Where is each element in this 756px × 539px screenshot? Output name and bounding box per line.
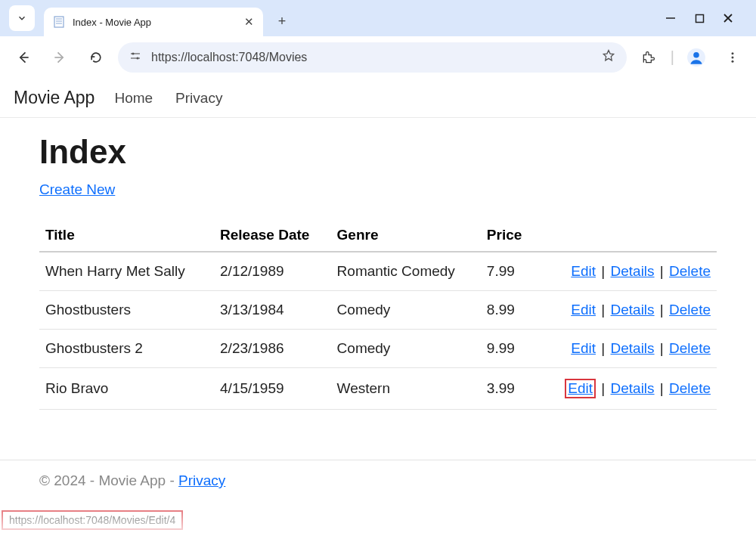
back-button[interactable]: [9, 43, 38, 72]
cell-genre: Romantic Comedy: [331, 252, 481, 291]
cell-release: 4/15/1959: [214, 368, 331, 410]
details-link[interactable]: Details: [611, 263, 655, 279]
svg-point-18: [732, 60, 734, 62]
cell-actions: Edit | Details | Delete: [535, 291, 717, 330]
cell-actions: Edit | Details | Delete: [535, 330, 717, 368]
delete-link[interactable]: Delete: [669, 263, 711, 279]
col-price: Price: [481, 219, 535, 252]
svg-rect-5: [696, 14, 703, 22]
cell-genre: Western: [331, 368, 481, 410]
close-tab-button[interactable]: ✕: [244, 15, 254, 29]
cell-genre: Comedy: [331, 330, 481, 368]
create-new-link[interactable]: Create New: [39, 181, 115, 197]
toolbar-divider: |: [671, 48, 674, 66]
action-separator: |: [655, 340, 670, 356]
svg-point-15: [693, 51, 699, 57]
delete-link[interactable]: Delete: [669, 302, 711, 318]
footer-text: © 2024 - Movie App -: [39, 472, 178, 488]
movies-table: Title Release Date Genre Price When Harr…: [39, 219, 717, 410]
cell-actions: Edit | Details | Delete: [535, 368, 717, 410]
cell-release: 2/12/1989: [214, 252, 331, 291]
cell-title: Ghostbusters: [39, 291, 214, 330]
action-separator: |: [596, 380, 611, 396]
reload-button[interactable]: [82, 43, 110, 72]
table-row: When Harry Met Sally2/12/1989Romantic Co…: [39, 252, 717, 291]
favicon-icon: [53, 16, 65, 28]
bookmark-button[interactable]: [601, 48, 616, 67]
main-container: Index Create New Title Release Date Genr…: [0, 118, 756, 425]
page-title: Index: [39, 133, 717, 171]
puzzle-icon: [641, 50, 656, 65]
svg-point-16: [732, 52, 734, 54]
cell-title: Rio Bravo: [39, 368, 214, 410]
site-settings-icon[interactable]: [129, 49, 142, 66]
browser-tab[interactable]: Index - Movie App ✕: [44, 8, 263, 36]
url-bar[interactable]: https://localhost:7048/Movies: [118, 42, 627, 73]
table-row: Ghostbusters3/13/1984Comedy8.99Edit | De…: [39, 291, 717, 330]
star-icon: [601, 48, 616, 64]
details-link[interactable]: Details: [611, 380, 655, 396]
svg-rect-0: [54, 17, 64, 27]
cell-release: 2/23/1986: [214, 330, 331, 368]
tab-row: Index - Movie App ✕ +: [0, 0, 756, 36]
action-separator: |: [596, 263, 611, 279]
cell-price: 9.99: [481, 330, 535, 368]
table-row: Ghostbusters 22/23/1986Comedy9.99Edit | …: [39, 330, 717, 368]
footer: © 2024 - Movie App - Privacy: [0, 460, 756, 497]
user-icon: [686, 48, 706, 67]
close-window-button[interactable]: [723, 13, 733, 23]
cell-title: When Harry Met Sally: [39, 252, 214, 291]
minimize-button[interactable]: [665, 13, 676, 23]
forward-button[interactable]: [45, 43, 74, 72]
reload-icon: [88, 50, 104, 65]
url-toolbar: https://localhost:7048/Movies |: [0, 36, 756, 79]
table-header-row: Title Release Date Genre Price: [39, 219, 717, 252]
brand[interactable]: Movie App: [14, 88, 94, 108]
cell-title: Ghostbusters 2: [39, 330, 214, 368]
delete-link[interactable]: Delete: [669, 380, 711, 396]
col-genre: Genre: [331, 219, 481, 252]
edit-link[interactable]: Edit: [571, 263, 596, 279]
arrow-left-icon: [16, 50, 31, 65]
details-link[interactable]: Details: [611, 340, 655, 356]
delete-link[interactable]: Delete: [669, 340, 711, 356]
chevron-down-icon: [17, 13, 27, 23]
profile-button[interactable]: [682, 43, 711, 72]
cell-actions: Edit | Details | Delete: [535, 252, 717, 291]
browser-chrome: Index - Movie App ✕ + https://localhost:…: [0, 0, 756, 79]
app-navbar: Movie App Home Privacy: [0, 79, 756, 118]
cell-genre: Comedy: [331, 291, 481, 330]
action-separator: |: [655, 380, 670, 396]
extensions-button[interactable]: [634, 43, 663, 72]
svg-point-17: [732, 56, 734, 58]
action-separator: |: [596, 302, 611, 318]
status-bar: https://localhost:7048/Movies/Edit/4: [2, 510, 183, 530]
col-release: Release Date: [214, 219, 331, 252]
action-separator: |: [655, 302, 670, 318]
edit-link[interactable]: Edit: [568, 380, 593, 396]
action-separator: |: [596, 340, 611, 356]
tab-title: Index - Movie App: [73, 17, 237, 28]
nav-privacy[interactable]: Privacy: [175, 90, 222, 107]
edit-link[interactable]: Edit: [571, 340, 596, 356]
edit-link[interactable]: Edit: [571, 302, 596, 318]
url-text: https://localhost:7048/Movies: [151, 51, 592, 64]
col-actions: [535, 219, 717, 252]
edit-link-highlighted: Edit: [565, 379, 596, 398]
kebab-icon: [726, 51, 739, 64]
table-row: Rio Bravo4/15/1959Western3.99Edit | Deta…: [39, 368, 717, 410]
nav-home[interactable]: Home: [114, 90, 153, 107]
action-separator: |: [655, 263, 670, 279]
maximize-button[interactable]: [694, 13, 705, 23]
cell-release: 3/13/1984: [214, 291, 331, 330]
page-content: Movie App Home Privacy Index Create New …: [0, 79, 756, 497]
window-controls: [665, 13, 751, 23]
tab-search-button[interactable]: [9, 5, 35, 31]
new-tab-button[interactable]: +: [271, 10, 293, 33]
menu-button[interactable]: [718, 43, 747, 72]
col-title: Title: [39, 219, 214, 252]
footer-privacy-link[interactable]: Privacy: [178, 472, 225, 488]
details-link[interactable]: Details: [611, 302, 655, 318]
arrow-right-icon: [52, 50, 67, 65]
cell-price: 3.99: [481, 368, 535, 410]
